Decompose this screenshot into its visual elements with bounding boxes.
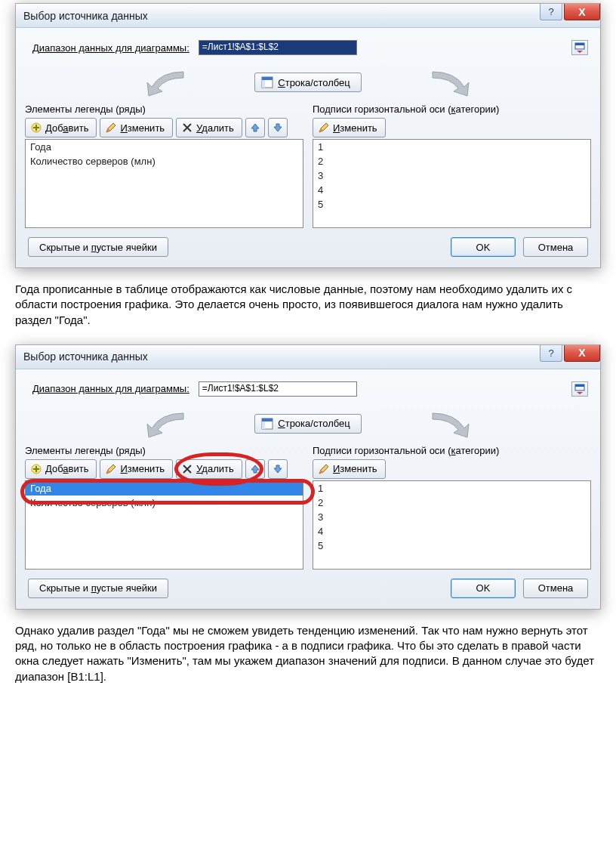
arrow-down-icon <box>272 463 284 475</box>
move-up-button[interactable] <box>245 118 265 137</box>
dialog-body: Диапазон данных для диаграммы: =Лист1!$A… <box>16 28 600 267</box>
pencil-icon <box>105 463 117 475</box>
arrow-right-icon <box>410 67 485 97</box>
chart-range-input[interactable]: =Лист1!$A$1:$L$2 <box>199 381 357 397</box>
cancel-button[interactable]: Отмена <box>523 579 588 598</box>
svg-rect-9 <box>262 418 273 421</box>
list-item[interactable]: 5 <box>313 197 590 211</box>
list-item[interactable]: 1 <box>313 481 590 496</box>
edit-series-button[interactable]: Изменить <box>100 459 173 479</box>
collapse-range-button[interactable] <box>571 40 588 55</box>
help-button[interactable]: ? <box>540 4 562 20</box>
move-up-button[interactable] <box>245 459 265 479</box>
close-button[interactable]: X <box>564 4 600 20</box>
ok-button[interactable]: OK <box>451 579 516 598</box>
svg-rect-4 <box>262 80 265 88</box>
list-item[interactable]: 2 <box>313 496 590 510</box>
paragraph-2: Однако удалив раздел "Года" мы не сможем… <box>15 623 601 684</box>
list-item[interactable]: 4 <box>313 524 590 539</box>
cancel-button[interactable]: Отмена <box>523 237 588 257</box>
list-item[interactable]: 4 <box>313 183 590 197</box>
axis-categories-panel: Подписи горизонтальной оси (категории) И… <box>313 103 591 228</box>
add-series-button[interactable]: Добавить <box>25 118 97 137</box>
range-label: Диапазон данных для диаграммы: <box>32 383 189 394</box>
move-down-button[interactable] <box>268 459 288 479</box>
axis-categories-panel: Подписи горизонтальной оси (категории) И… <box>313 445 591 570</box>
list-item[interactable]: Количество серверов (млн) <box>26 154 303 168</box>
axis-categories-header: Подписи горизонтальной оси (категории) <box>313 103 591 115</box>
add-icon <box>30 463 42 475</box>
titlebar[interactable]: Выбор источника данных ? X <box>16 4 600 28</box>
move-down-button[interactable] <box>268 118 288 137</box>
edit-categories-button[interactable]: Изменить <box>313 459 386 479</box>
add-series-button[interactable]: Добавить <box>25 459 97 479</box>
window-title: Выбор источника данных <box>23 10 148 22</box>
categories-listbox[interactable]: 1 2 3 4 5 <box>313 139 591 228</box>
range-label: Диапазон данных для диаграммы: <box>32 42 189 54</box>
list-item[interactable]: 2 <box>313 154 590 168</box>
delete-series-button[interactable]: Удалить <box>176 459 242 479</box>
categories-listbox[interactable]: 1 2 3 4 5 <box>313 480 591 570</box>
close-button[interactable]: X <box>564 345 600 362</box>
arrow-left-icon <box>131 409 206 439</box>
chart-range-input[interactable]: =Лист1!$A$1:$L$2 <box>199 40 357 55</box>
arrow-left-icon <box>131 67 206 97</box>
legend-series-header: Элементы легенды (ряды) <box>25 103 303 115</box>
data-source-dialog-2: Выбор источника данных ? X Диапазон данн… <box>15 344 601 610</box>
list-item[interactable]: Года <box>26 481 303 496</box>
hidden-empty-cells-button[interactable]: Скрытые и пустые ячейки <box>28 579 168 598</box>
list-item[interactable]: 3 <box>313 168 590 183</box>
hidden-empty-cells-button[interactable]: Скрытые и пустые ячейки <box>28 237 168 257</box>
pencil-icon <box>318 463 330 475</box>
swap-row-column-button[interactable]: Строка/столбец <box>254 414 361 434</box>
pencil-icon <box>105 122 117 134</box>
swap-row-column-button[interactable]: Строка/столбец <box>254 73 361 92</box>
delete-x-icon <box>181 463 193 475</box>
paragraph-1: Года прописанные в таблице отображаются … <box>15 282 601 328</box>
svg-rect-3 <box>262 77 273 80</box>
edit-categories-button[interactable]: Изменить <box>313 118 386 137</box>
pencil-icon <box>318 122 330 134</box>
collapse-icon <box>574 383 586 395</box>
svg-rect-7 <box>575 384 584 387</box>
data-source-dialog-1: Выбор источника данных ? X Диапазон данн… <box>15 3 601 268</box>
edit-series-button[interactable]: Изменить <box>100 118 173 137</box>
help-button[interactable]: ? <box>540 345 562 362</box>
collapse-icon <box>574 42 586 54</box>
window-title: Выбор источника данных <box>23 350 148 363</box>
svg-rect-10 <box>262 421 265 429</box>
list-item[interactable]: 1 <box>313 140 590 154</box>
delete-series-button[interactable]: Удалить <box>176 118 242 137</box>
arrow-down-icon <box>272 122 284 134</box>
series-listbox[interactable]: Года Количество серверов (млн) <box>25 480 303 570</box>
legend-series-panel: Элементы легенды (ряды) Добавить Изменит… <box>25 103 303 228</box>
arrow-right-icon <box>410 409 485 439</box>
collapse-range-button[interactable] <box>571 381 588 397</box>
list-item[interactable]: Количество серверов (млн) <box>26 496 303 510</box>
ok-button[interactable]: OK <box>451 237 516 257</box>
svg-rect-1 <box>575 43 584 45</box>
arrow-up-icon <box>249 463 261 475</box>
delete-x-icon <box>181 122 193 134</box>
arrow-up-icon <box>249 122 261 134</box>
list-item[interactable]: 3 <box>313 510 590 524</box>
legend-series-panel: Элементы легенды (ряды) Добавить Изменит… <box>25 445 303 570</box>
add-icon <box>30 122 42 134</box>
list-item[interactable]: Года <box>26 140 303 154</box>
titlebar[interactable]: Выбор источника данных ? X <box>16 345 600 369</box>
dialog-body: Диапазон данных для диаграммы: =Лист1!$A… <box>16 369 600 609</box>
list-item[interactable]: 5 <box>313 539 590 553</box>
swap-icon <box>261 76 273 88</box>
axis-categories-header: Подписи горизонтальной оси (категории) <box>313 445 591 456</box>
series-listbox[interactable]: Года Количество серверов (млн) <box>25 139 303 228</box>
legend-series-header: Элементы легенды (ряды) <box>25 445 303 456</box>
swap-icon <box>261 418 273 430</box>
